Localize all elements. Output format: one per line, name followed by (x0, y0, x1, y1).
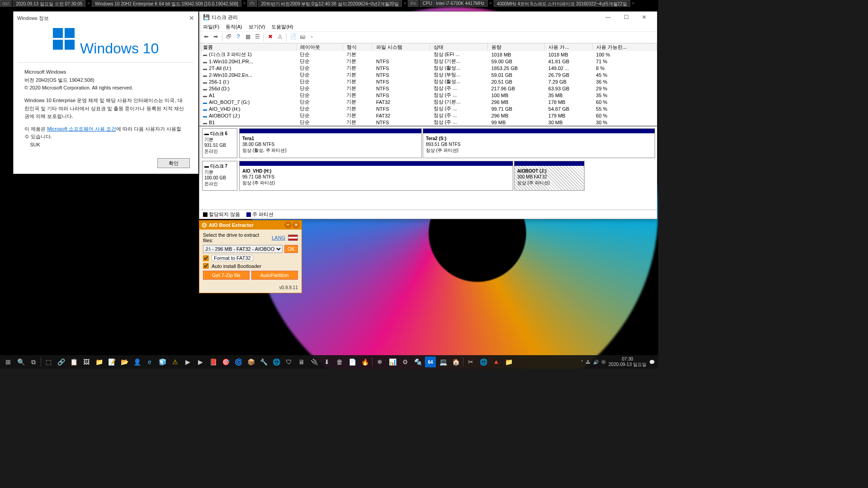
get-7zip-button[interactable]: Get 7-Zip file (203, 271, 250, 280)
taskview-icon[interactable]: ⧉ (28, 357, 39, 367)
column-header[interactable]: 레이아웃 (296, 43, 343, 51)
disk-label[interactable]: ▬ 디스크 7기본100.00 GB온라인 (202, 161, 237, 191)
network-icon[interactable]: 🖧 (586, 360, 590, 365)
volume-row[interactable]: AIO_VHD (H:)단순기본NTFS정상 (주 ...99.71 GB54.… (199, 105, 657, 112)
volume-row[interactable]: AIOBOOT (J:)단순기본FAT32정상 (주 ...296 MB179 … (199, 112, 657, 119)
disk-map[interactable]: ▬ 디스크 6기본931.51 GB온라인Tera138.00 GB NTFS정… (199, 127, 657, 210)
volume-list[interactable]: 볼륨레이아웃형식파일 시스템상태용량사용 가...사용 가능한... (디스크 … (199, 43, 657, 127)
volume-row[interactable]: 2T-All (U:)단순기본NTFS정상 (활성...1853.25 GB14… (199, 65, 657, 71)
drive-icon[interactable]: 🖴 (298, 33, 307, 42)
ie-icon[interactable]: e (144, 357, 155, 367)
close-icon[interactable]: ✕ (189, 14, 194, 22)
app-icon[interactable]: 📁 (503, 357, 514, 367)
notification-icon[interactable]: 💬 (649, 360, 655, 365)
column-header[interactable]: 파일 시스템 (373, 43, 430, 51)
app-icon[interactable]: ⬚ (43, 357, 54, 367)
app-icon[interactable]: 📊 (387, 357, 398, 367)
menu-help[interactable]: 도움말(H) (271, 23, 293, 30)
aio-titlebar[interactable]: 📀 AIO Boot Extractor − × (199, 221, 302, 230)
lang-link[interactable]: LANG (272, 235, 285, 240)
app-icon[interactable]: 📝 (106, 357, 117, 367)
volume-row[interactable]: 1-Win10.20H1.PR...단순기본NTFS정상 (기본...59.00… (199, 58, 657, 65)
clock[interactable]: 07:30 2020-09-13 일요일 (609, 357, 646, 367)
app-icon[interactable]: ❄ (374, 357, 385, 367)
ime-icon[interactable]: ㉿ (601, 359, 606, 365)
partition[interactable]: Tera138.00 GB NTFS정상 (활성, 주 파티션) (239, 128, 422, 158)
help-icon[interactable]: ? (234, 33, 242, 42)
column-header[interactable]: 형식 (343, 43, 373, 51)
volume-row[interactable]: 256d (D:)단순기본NTFS정상 (주 ...217.96 GB63.93… (199, 85, 657, 92)
app-icon[interactable]: 🔗 (56, 357, 66, 367)
disk-label[interactable]: ▬ 디스크 6기본931.51 GB온라인 (202, 128, 237, 158)
app-icon[interactable]: 📂 (119, 357, 130, 367)
list-icon[interactable]: ▦ (244, 33, 252, 42)
volume-icon[interactable]: 🔊 (593, 360, 599, 365)
dialog-titlebar[interactable]: Windows 정보 ✕ (14, 12, 198, 24)
app-icon[interactable]: 🖼 (81, 357, 92, 367)
new-icon[interactable]: 📄 (289, 33, 297, 42)
app-icon[interactable]: 🔌 (309, 357, 320, 367)
app-icon[interactable]: ▶ (195, 357, 206, 367)
close-icon[interactable]: × (292, 221, 300, 229)
partition[interactable]: Tera2 (S:)893.51 GB NTFS정상 (주 파티션) (423, 128, 655, 158)
ok-button[interactable]: 확인 (157, 158, 190, 168)
app-icon[interactable]: 💻 (438, 357, 448, 367)
partition[interactable]: AIO_VHD (H:)99.71 GB NTFS정상 (주 파티션) (239, 161, 513, 191)
warn-icon[interactable]: ⚠ (276, 33, 284, 42)
drive-select[interactable]: J:\ - 296 MB - FAT32 - AIOBOO (203, 245, 283, 253)
app-icon[interactable]: ⚠ (170, 357, 180, 367)
x-icon[interactable]: ✖ (266, 33, 274, 42)
app-icon[interactable]: 🌐 (271, 357, 282, 367)
refresh-icon[interactable]: 🗗 (225, 33, 233, 42)
app-icon[interactable]: ▶ (182, 357, 193, 367)
flag-icon[interactable] (288, 235, 298, 241)
app-icon[interactable]: 🖥 (296, 357, 307, 367)
app-icon[interactable]: 📦 (245, 357, 256, 367)
back-icon[interactable]: ⬅ (202, 33, 210, 42)
minimize-icon[interactable]: − (284, 221, 292, 229)
system-tray[interactable]: ˄ 🖧 🔊 ㉿ 07:30 2020-09-13 일요일 💬 (581, 357, 656, 367)
license-link[interactable]: Microsoft 소프트웨어 사용 조건 (47, 126, 116, 131)
start-button[interactable]: ⊞ (3, 357, 14, 367)
format-icon[interactable]: ▫ (308, 33, 316, 42)
app-icon[interactable]: 🧊 (157, 357, 168, 367)
app-icon[interactable]: ✂ (465, 357, 476, 367)
app-icon[interactable]: 64 (425, 357, 436, 367)
volume-row[interactable]: AIO_BOOT_7 (G:)단순기본FAT32정상 (기본...296 MB1… (199, 99, 657, 105)
view-icon[interactable]: ☰ (253, 33, 261, 42)
app-icon[interactable]: 📄 (347, 357, 358, 367)
app-icon[interactable]: 📁 (94, 357, 104, 367)
volume-row[interactable]: B1단순기본NTFS정상 (주 ...99 MB30 MB30 % (199, 119, 657, 126)
column-header[interactable]: 볼륨 (199, 43, 296, 51)
autopartition-button[interactable]: AutoPartition (251, 271, 298, 280)
volume-row[interactable]: 2-Win10.20H2.En...단순기본NTFS정상 (부팅...59.01… (199, 71, 657, 78)
column-header[interactable]: 사용 가능한... (592, 43, 656, 51)
partition[interactable]: AIOBOOT (J:)300 MB FAT32정상 (주 파티션) (514, 161, 585, 191)
bootloader-checkbox[interactable] (203, 263, 209, 269)
app-icon[interactable]: 🔧 (258, 357, 269, 367)
app-icon[interactable]: 👤 (132, 357, 142, 367)
tray-chevron-icon[interactable]: ˄ (581, 360, 583, 365)
menu-action[interactable]: 동작(A) (226, 23, 242, 30)
menu-file[interactable]: 파일(F) (203, 23, 219, 30)
column-header[interactable]: 사용 가... (545, 43, 592, 51)
app-icon[interactable]: 🏠 (450, 357, 461, 367)
minimize-button[interactable]: — (599, 14, 617, 20)
app-icon[interactable]: 🌀 (233, 357, 244, 367)
app-icon[interactable]: ⬇ (321, 357, 332, 367)
app-icon[interactable]: 🔩 (412, 357, 423, 367)
close-button[interactable]: ✕ (635, 14, 653, 20)
volume-row[interactable]: 256-1 (I:)단순기본NTFS정상 (활성...20.51 GB7.29 … (199, 78, 657, 85)
maximize-button[interactable]: ☐ (617, 14, 635, 20)
chrome-icon[interactable]: 🌐 (478, 357, 489, 367)
app-icon[interactable]: 🔥 (359, 357, 370, 367)
app-icon[interactable]: 🔺 (491, 357, 501, 367)
search-icon[interactable]: 🔍 (15, 357, 26, 367)
app-icon[interactable]: 📕 (208, 357, 218, 367)
app-icon[interactable]: 📋 (68, 357, 79, 367)
menu-view[interactable]: 보기(V) (249, 23, 265, 30)
window-titlebar[interactable]: 💾 디스크 관리 — ☐ ✕ (199, 12, 657, 23)
column-header[interactable]: 용량 (488, 43, 545, 51)
app-icon[interactable]: 🗑 (334, 357, 345, 367)
volume-row[interactable]: A1단순기본NTFS정상 (주 ...100 MB35 MB35 % (199, 92, 657, 99)
